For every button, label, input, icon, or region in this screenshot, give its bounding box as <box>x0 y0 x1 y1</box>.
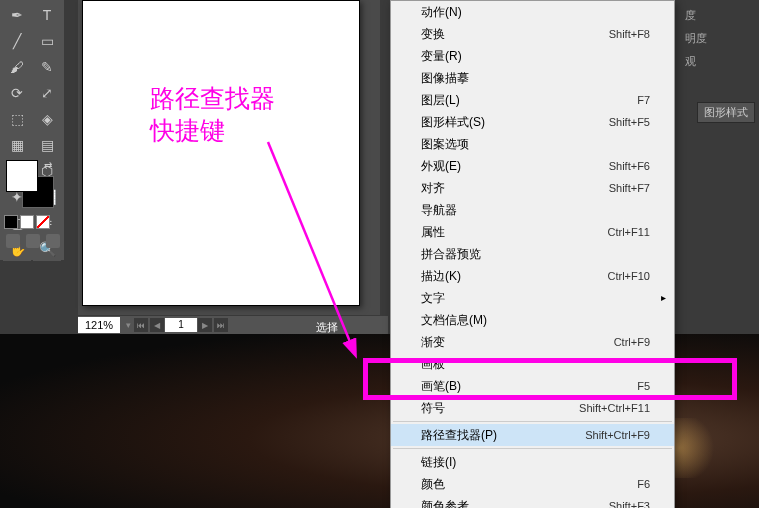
menu-item-17[interactable]: 画笔(B)F5 <box>391 375 674 397</box>
tool-width[interactable]: ⬚ <box>3 107 31 131</box>
status-bar: 121% ▾ ⏮ ◀ 1 ▶ ⏭ <box>78 316 388 334</box>
menu-item-label: 属性 <box>421 224 445 240</box>
screen-mode-full[interactable] <box>26 234 40 248</box>
menu-item-15[interactable]: 渐变Ctrl+F9 <box>391 331 674 353</box>
nav-last-icon[interactable]: ⏭ <box>214 318 228 332</box>
menu-separator <box>393 448 672 449</box>
menu-item-label: 符号 <box>421 400 445 416</box>
nav-first-icon[interactable]: ⏮ <box>134 318 148 332</box>
tool-pen[interactable]: ✒ <box>3 3 31 27</box>
menu-item-shortcut: Shift+Ctrl+F9 <box>585 427 650 443</box>
tool-line[interactable]: ╱ <box>3 29 31 53</box>
menu-item-label: 图层(L) <box>421 92 460 108</box>
mini-swatch-color[interactable] <box>4 215 18 229</box>
panel-item-opacity[interactable]: 明度 <box>679 27 755 50</box>
menu-item-7[interactable]: 外观(E)Shift+F6 <box>391 155 674 177</box>
menu-item-shortcut: Shift+F5 <box>609 114 650 130</box>
mini-swatch-row <box>4 215 50 229</box>
menu-item-label: 画板 <box>421 356 445 372</box>
tool-shapebuilder[interactable]: ◈ <box>33 107 61 131</box>
menu-item-9[interactable]: 导航器 <box>391 199 674 221</box>
menu-item-18[interactable]: 符号Shift+Ctrl+F11 <box>391 397 674 419</box>
menu-item-13[interactable]: 文字 <box>391 287 674 309</box>
menu-item-11[interactable]: 拼合器预览 <box>391 243 674 265</box>
nav-prev-icon[interactable]: ◀ <box>150 318 164 332</box>
tool-rotate[interactable]: ⟳ <box>3 81 31 105</box>
menu-item-label: 拼合器预览 <box>421 246 481 262</box>
menu-item-label: 变量(R) <box>421 48 462 64</box>
annotation-line1: 路径查找器 <box>150 84 275 112</box>
menu-item-5[interactable]: 图形样式(S)Shift+F5 <box>391 111 674 133</box>
mini-swatch-none[interactable] <box>36 215 50 229</box>
zoom-dropdown-icon[interactable]: ▾ <box>126 320 131 330</box>
tool-mesh[interactable]: ▦ <box>3 133 31 157</box>
menu-item-label: 文字 <box>421 290 445 306</box>
menu-item-label: 链接(I) <box>421 454 456 470</box>
menu-item-10[interactable]: 属性Ctrl+F11 <box>391 221 674 243</box>
menu-item-shortcut: Shift+Ctrl+F11 <box>579 400 650 416</box>
menu-item-shortcut: F6 <box>637 476 650 492</box>
menu-item-label: 图像描摹 <box>421 70 469 86</box>
menu-item-2[interactable]: 变量(R) <box>391 45 674 67</box>
menu-item-label: 外观(E) <box>421 158 461 174</box>
menu-item-label: 渐变 <box>421 334 445 350</box>
artboard[interactable] <box>82 0 360 306</box>
fill-color-swatch[interactable] <box>6 160 38 192</box>
menu-item-shortcut: Shift+F3 <box>609 498 650 508</box>
menu-item-label: 图案选项 <box>421 136 469 152</box>
menu-item-shortcut: Ctrl+F11 <box>608 224 651 240</box>
menu-item-label: 图形样式(S) <box>421 114 485 130</box>
menu-item-label: 颜色参考 <box>421 498 469 508</box>
menu-item-label: 文档信息(M) <box>421 312 487 328</box>
zoom-input[interactable]: 121% <box>78 317 120 333</box>
screen-mode-presentation[interactable] <box>46 234 60 248</box>
tool-scale[interactable]: ⤢ <box>33 81 61 105</box>
menu-item-20[interactable]: 路径查找器(P)Shift+Ctrl+F9 <box>391 424 674 446</box>
menu-item-label: 动作(N) <box>421 4 462 20</box>
menu-item-shortcut: Shift+F7 <box>609 180 650 196</box>
tool-gradient[interactable]: ▤ <box>33 133 61 157</box>
tool-brush[interactable]: 🖌 <box>3 55 31 79</box>
menu-item-6[interactable]: 图案选项 <box>391 133 674 155</box>
menu-item-12[interactable]: 描边(K)Ctrl+F10 <box>391 265 674 287</box>
menu-item-label: 描边(K) <box>421 268 461 284</box>
page-input[interactable]: 1 <box>165 318 197 332</box>
canvas-area <box>78 0 380 315</box>
menu-item-16[interactable]: 画板 <box>391 353 674 375</box>
graphic-styles-tab[interactable]: 图形样式 <box>697 102 755 123</box>
menu-item-4[interactable]: 图层(L)F7 <box>391 89 674 111</box>
annotation-text: 路径查找器 快捷键 <box>150 82 275 146</box>
color-swatch-area: ⇄ <box>4 158 60 208</box>
tool-rect[interactable]: ▭ <box>33 29 61 53</box>
menu-item-8[interactable]: 对齐Shift+F7 <box>391 177 674 199</box>
menu-item-shortcut: F7 <box>637 92 650 108</box>
menu-item-label: 颜色 <box>421 476 445 492</box>
menu-item-shortcut: Shift+F6 <box>609 158 650 174</box>
menu-item-shortcut: Ctrl+F9 <box>614 334 650 350</box>
panel-item-appearance[interactable]: 观 <box>679 50 755 73</box>
menu-item-label: 路径查找器(P) <box>421 427 497 443</box>
selection-label: 选择 <box>316 320 338 335</box>
panel-item-brightness[interactable]: 度 <box>679 4 755 27</box>
menu-item-label: 画笔(B) <box>421 378 461 394</box>
menu-item-1[interactable]: 变换Shift+F8 <box>391 23 674 45</box>
swap-colors-icon[interactable]: ⇄ <box>44 160 52 171</box>
right-panel: 度 明度 观 <box>675 0 759 180</box>
screen-mode-normal[interactable] <box>6 234 20 248</box>
window-menu: 动作(N)变换Shift+F8变量(R)图像描摹图层(L)F7图形样式(S)Sh… <box>390 0 675 508</box>
menu-item-label: 导航器 <box>421 202 457 218</box>
menu-item-0[interactable]: 动作(N) <box>391 1 674 23</box>
menu-item-shortcut: Ctrl+F10 <box>608 268 651 284</box>
tool-pencil[interactable]: ✎ <box>33 55 61 79</box>
menu-item-23[interactable]: 颜色F6 <box>391 473 674 495</box>
menu-item-3[interactable]: 图像描摹 <box>391 67 674 89</box>
menu-item-shortcut: F5 <box>637 378 650 394</box>
menu-item-22[interactable]: 链接(I) <box>391 451 674 473</box>
nav-next-icon[interactable]: ▶ <box>198 318 212 332</box>
mini-swatch-gradient[interactable] <box>20 215 34 229</box>
menu-item-label: 对齐 <box>421 180 445 196</box>
tool-text[interactable]: T <box>33 3 61 27</box>
menu-item-24[interactable]: 颜色参考Shift+F3 <box>391 495 674 508</box>
menu-item-14[interactable]: 文档信息(M) <box>391 309 674 331</box>
annotation-line2: 快捷键 <box>150 116 225 144</box>
